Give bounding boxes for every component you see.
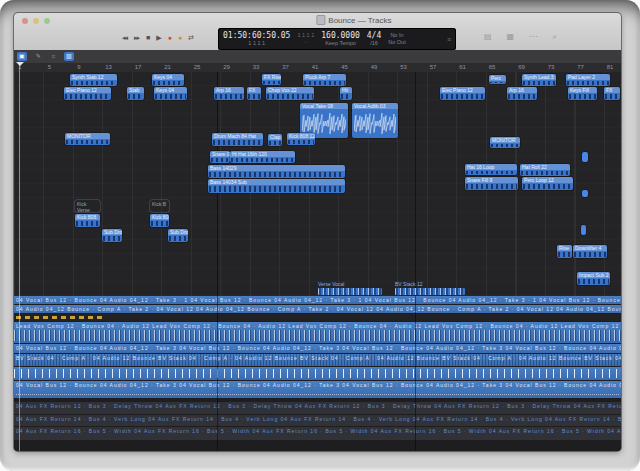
waveform xyxy=(302,112,346,135)
region-midi[interactable]: Clap xyxy=(268,134,282,146)
region-notes xyxy=(248,94,260,99)
track-lane-nameswave[interactable]: BV Stack 04 · Comp A · 04 Audio 12 Bounc… xyxy=(14,354,621,366)
minimize-button[interactable] xyxy=(33,18,39,24)
record-button[interactable]: ● xyxy=(168,33,171,43)
section-divider xyxy=(415,296,416,451)
region-midi[interactable]: Synth Stab 12 xyxy=(70,74,117,86)
lane-label: 04 Vocal Bus 12 · Bounce 04 Audio 04_12 … xyxy=(14,381,621,389)
track-lane-names[interactable]: 04 Vocal Bus 12 · Bounce 04 Audio 04_12 … xyxy=(14,344,621,353)
region-midi[interactable]: Elec Piano 12 xyxy=(64,87,111,100)
region-midi[interactable]: Synth Lead 3 xyxy=(522,74,556,86)
track-lane-names[interactable]: 04 Audio 04_12 Bounce · Comp A · Take 2 … xyxy=(14,305,621,313)
arrange-area[interactable]: Synth Stab 12Keys 04FX RiserPluck Arp 7P… xyxy=(14,72,621,296)
region-notes xyxy=(169,236,187,241)
pencil-tool-icon[interactable]: ✎ xyxy=(34,52,43,61)
region-midi[interactable]: Hat Roll 22 xyxy=(520,164,570,176)
region-midi[interactable]: Hit xyxy=(340,87,352,100)
region-labelwave[interactable]: BV Stack 12 xyxy=(395,281,465,295)
lcd-display[interactable]: 01:50:60:50.05 1 1 1 1 1 1 1 1 · · 160.0… xyxy=(218,28,456,50)
track-lane-dark[interactable]: 04 Aux FX Return 12 · Bus 3 · Delay Thro… xyxy=(14,402,621,414)
region-notes xyxy=(304,81,345,85)
region-ghost[interactable]: Kick Verse xyxy=(75,200,100,212)
region-name: Impact Sub 2 xyxy=(577,272,610,278)
library-toggle-icon[interactable]: ▣ xyxy=(17,52,27,61)
region-midi[interactable]: Bass 14034 Sub xyxy=(208,179,345,193)
forward-button[interactable]: ▸▸ xyxy=(134,33,139,43)
track-lane-dark[interactable]: 04 Aux FX Return 14 · Bus 4 · Verb Long … xyxy=(14,415,621,426)
close-button[interactable] xyxy=(22,18,28,24)
region-midi[interactable]: Stab xyxy=(127,87,144,100)
region-midi[interactable]: Arp 16 xyxy=(507,87,537,100)
stop-button[interactable]: ■ xyxy=(146,33,149,43)
region-name: Elec Piano 12 xyxy=(440,87,485,93)
ruler-tick: 21 xyxy=(164,64,171,70)
region-midi[interactable]: Sub Drop xyxy=(102,229,122,242)
more-icon[interactable]: ⋯ xyxy=(529,32,537,42)
capture-button[interactable]: ● xyxy=(178,33,181,43)
region-midi[interactable]: Drum Mach 84 Hat xyxy=(212,133,263,146)
region-midi[interactable]: Keys 04 xyxy=(152,74,184,86)
region-midi[interactable]: Kick 808 12 xyxy=(287,133,315,145)
region-midi[interactable]: Arp 16 xyxy=(214,87,244,100)
region-midi[interactable]: Impact Sub 2 xyxy=(577,272,610,285)
region-midi[interactable]: Snare 08 xyxy=(210,151,230,163)
region-midi[interactable]: Pluck Arp 7 xyxy=(303,74,346,86)
rewind-button[interactable]: ◂◂ xyxy=(122,33,127,43)
region-midi[interactable]: Keys 04 xyxy=(154,87,187,100)
region-midi[interactable]: Kick 808 xyxy=(150,214,169,227)
region-midi[interactable]: Hat 16 Loop xyxy=(465,164,517,175)
region-tick[interactable] xyxy=(581,225,586,235)
playhead[interactable] xyxy=(19,62,20,451)
marquee-tool-icon[interactable]: ⌗ xyxy=(50,52,57,61)
region-midi[interactable]: Perc Loop 12 xyxy=(522,177,573,190)
lcd-mode-menu-icon[interactable]: ≡ xyxy=(447,36,451,43)
waveform-strip xyxy=(318,288,382,295)
region-midi[interactable]: FX xyxy=(604,87,620,100)
search-icon[interactable]: ⌕ xyxy=(552,32,556,42)
list-editors-icon[interactable]: ▤ xyxy=(484,32,492,42)
region-labelwave[interactable]: Verse Vocal xyxy=(318,281,382,295)
region-midi[interactable]: Chop Vox 22 xyxy=(266,87,314,100)
lanes-area[interactable]: 04 Vocal Bus 12 · Bounce 04 Audio 04_12 … xyxy=(14,296,621,451)
region-midi[interactable]: FX Riser xyxy=(262,74,281,85)
region-midi[interactable]: MONITOR xyxy=(490,137,520,148)
cycle-button[interactable]: ⇄ xyxy=(188,33,193,43)
region-name: Synth Lead 3 xyxy=(522,74,556,80)
region-midi[interactable]: Rise xyxy=(557,245,572,258)
region-midi[interactable]: Elec Piano 12 xyxy=(440,87,485,100)
region-name: Perc xyxy=(489,75,506,81)
region-midi[interactable]: Kick 808 xyxy=(75,214,100,227)
region-tick[interactable] xyxy=(582,152,588,162)
region-midi[interactable]: FX xyxy=(247,87,261,100)
region-midi[interactable]: Downlifter 4 xyxy=(573,245,607,258)
region-name: Verse Vocal xyxy=(318,281,382,287)
region-ghost[interactable]: Kick B xyxy=(150,200,169,212)
region-midi[interactable]: Snare Fill 9 xyxy=(465,177,518,190)
section-divider xyxy=(217,296,218,451)
track-lane-wavetall[interactable]: Lead Vox Comp 12 · Bounce 04 · Audio 12 … xyxy=(14,322,621,343)
track-lane-names[interactable]: 04 Vocal Bus 12 · Bounce 04 Audio 04_12 … xyxy=(14,296,621,304)
zoom-button[interactable] xyxy=(44,18,50,24)
region-name: Hi Hat 16th 120 xyxy=(230,151,295,157)
region-audio[interactable]: Vocal Adlib 03 xyxy=(352,103,398,138)
region-tick[interactable] xyxy=(582,190,588,197)
play-button[interactable]: ▶ xyxy=(156,33,160,43)
region-midi[interactable]: MONITOR xyxy=(65,133,110,145)
region-name: BV Stack 12 xyxy=(395,281,465,287)
track-lane-automation[interactable] xyxy=(14,314,621,321)
mixer-icon[interactable]: ▦ xyxy=(507,32,515,42)
region-midi[interactable]: Pad Layer 2 xyxy=(566,74,610,86)
track-lane-namesline[interactable]: 04 Vocal Bus 12 · Bounce 04 Audio 04_12 … xyxy=(14,381,621,398)
region-midi[interactable]: Hi Hat 16th 120 xyxy=(230,151,295,163)
inspector-toggle-icon[interactable]: ▥ xyxy=(64,52,74,61)
region-notes xyxy=(103,236,121,241)
region-notes xyxy=(567,81,609,85)
region-midi[interactable]: Sub Drop xyxy=(168,229,188,242)
region-midi[interactable]: Perc xyxy=(489,75,506,84)
monitor-bezel: Bounce — Tracks ◂◂▸▸■▶●●⇄ 01:50:60:50.05… xyxy=(0,0,640,471)
track-lane-ticks[interactable] xyxy=(14,367,621,380)
region-midi[interactable]: Bass 14029 xyxy=(208,165,345,178)
window-title: Bounce — Tracks xyxy=(316,15,391,25)
region-midi[interactable]: Keys Fill xyxy=(568,87,597,100)
track-lane-dark[interactable]: 04 Aux FX Return 16 · Bus 5 · Width 04 A… xyxy=(14,427,621,440)
